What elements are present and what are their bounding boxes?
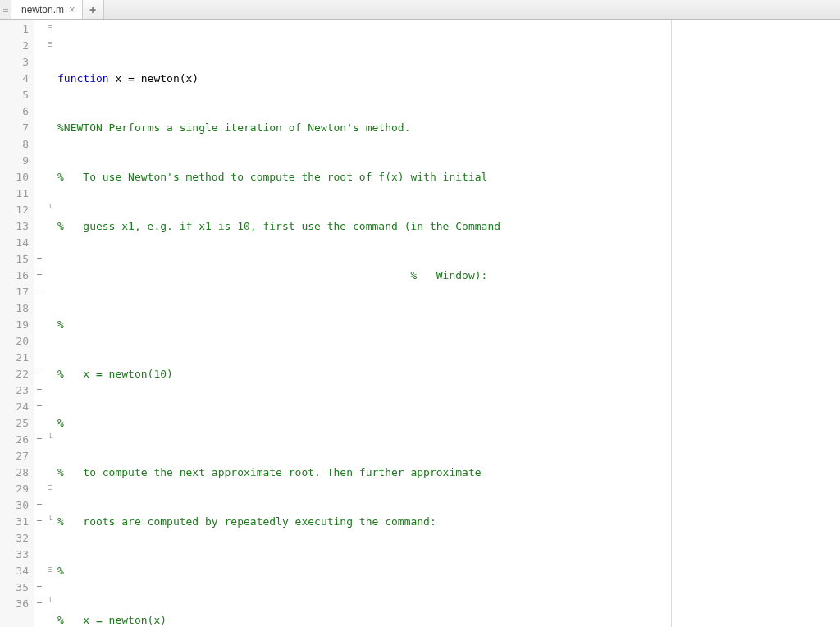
code-line: % guess x1, e.g. if x1 is 10, first use … <box>57 218 840 235</box>
code-line: % x = newton(x) <box>57 612 840 627</box>
code-line: % to compute the next approximate root. … <box>57 465 840 481</box>
code-line: % <box>57 563 840 579</box>
code-line: % roots are computed by repeatedly execu… <box>57 514 840 530</box>
add-tab-button[interactable]: + <box>83 0 104 19</box>
code-line: %NEWTON Performs a single iteration of N… <box>57 120 840 136</box>
fold-column[interactable]: ⊟⊟└└⊟└⊟└ <box>44 20 56 627</box>
file-tab[interactable]: newton.m × <box>11 0 83 19</box>
code-line: function x = newton(x) <box>57 71 840 87</box>
code-line: % Window): <box>57 268 840 284</box>
file-tab-label: newton.m <box>21 4 64 16</box>
code-line: % <box>57 415 840 432</box>
breakpoint-column[interactable]: ––––––––––– <box>34 20 44 627</box>
line-number-gutter[interactable]: 1234567891011121314151617181920212223242… <box>0 20 34 627</box>
tab-bar: newton.m × + <box>0 0 840 20</box>
plus-icon: + <box>89 3 96 16</box>
code-area[interactable]: function x = newton(x) %NEWTON Performs … <box>56 20 840 627</box>
tab-grip-icon <box>0 0 11 19</box>
editor-area: 1234567891011121314151617181920212223242… <box>0 20 840 627</box>
code-line: % To use Newton's method to compute the … <box>57 169 840 185</box>
code-line: % x = newton(10) <box>57 366 840 382</box>
code-line: % <box>57 317 840 333</box>
right-margin-line <box>671 20 672 627</box>
close-icon[interactable]: × <box>69 4 75 15</box>
